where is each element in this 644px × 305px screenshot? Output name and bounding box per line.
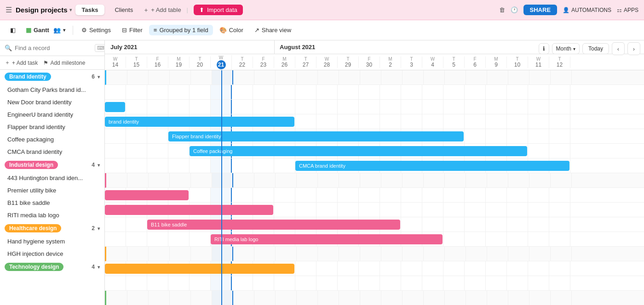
history-icon[interactable]: 🕐 [511,6,518,13]
gantt-cell [105,232,126,246]
gantt-cell [170,291,191,305]
hamburger-icon[interactable]: ☰ [6,6,12,14]
gantt-cell [443,276,465,290]
gantt-cell [507,276,528,290]
gantt-cell [338,85,359,99]
gantt-cell [359,85,380,99]
gantt-bar[interactable]: brand identity [105,117,294,127]
group-count-brand: 6 [92,73,95,80]
search-input[interactable] [15,45,92,51]
today-button[interactable]: Today [582,43,609,54]
gantt-cell [359,188,380,202]
gantt-bar[interactable]: Coffee packaging [190,146,527,156]
dropdown-icon[interactable]: ▾ [63,28,65,33]
right-actions: 🗑 🕐 SHARE 👤 AUTOMATIONS ⚏ APPS [499,5,638,15]
gantt-cell [549,261,570,276]
gantt-cell [402,173,424,187]
gantt-bar[interactable] [105,190,189,200]
gantt-controls: ℹ Month ▾ Today ‹ › [539,42,640,55]
group-industrial-design[interactable]: Industrial design 4 ▾ [0,158,104,172]
gantt-cell [508,173,529,187]
gantt-cell [339,247,360,261]
trash-icon[interactable]: 🗑 [499,6,505,13]
add-task-button[interactable]: ＋ + Add task [5,59,38,67]
list-item[interactable]: EngineerU brand identity [0,108,104,121]
gantt-bar[interactable]: RITI media lab logo [211,234,443,244]
gantt-cell [529,247,551,261]
list-item[interactable]: B11 bike saddle [0,197,104,209]
gantt-cell [149,173,170,187]
people-icon[interactable]: 👥 [53,27,61,34]
share-button[interactable]: SHARE [523,5,558,15]
group-icon: ≡ [154,27,157,34]
list-item[interactable]: 443 Huntington brand iden... [0,172,104,184]
gantt-cell [170,247,191,261]
filter-button[interactable]: ⊟ Filter [117,25,147,35]
gantt-cell [381,291,402,305]
info-button[interactable]: ℹ [539,43,549,54]
color-button[interactable]: 🎨 Color [215,25,248,35]
month-selector[interactable]: Month ▾ [552,43,580,54]
list-item[interactable]: HGH injection device [0,248,104,260]
gantt-cell [443,188,465,202]
gantt-cell [487,70,508,85]
gantt-cell [233,291,254,305]
gantt-bar[interactable] [105,102,125,112]
grouped-by-button[interactable]: ≡ Grouped by 1 field [149,25,213,35]
gantt-cell [466,247,487,261]
project-title[interactable]: Design projects ▾ [16,6,72,14]
list-item[interactable]: Gotham City Parks brand id... [0,84,104,96]
group-technology-design[interactable]: Technology design 4 ▾ [0,260,104,274]
chevron-down-icon: ▾ [98,265,100,270]
toggle-sidebar-button[interactable]: ◧ [6,25,20,35]
group-brand-identity[interactable]: Brand identity 6 ▾ [0,70,104,84]
gantt-cell [339,173,360,187]
gantt-cell [274,203,295,217]
gantt-cell [360,70,381,85]
day-cell: M9 [486,56,507,68]
apps-button[interactable]: ⚏ APPS [617,7,638,13]
gantt-cell [402,70,424,85]
project-title-text: Design projects [16,6,68,14]
gantt-bar[interactable] [105,205,273,215]
gantt-cell [528,129,549,143]
gantt-cell [126,217,147,232]
tab-tasks[interactable]: Tasks [75,5,105,15]
gantt-cell [380,261,401,276]
search-bar: 🔍 ⌨ [0,40,104,56]
list-item[interactable]: Flapper brand identity [0,121,104,133]
list-item[interactable]: Premier utility bike [0,184,104,197]
next-button[interactable]: › [627,42,640,55]
gantt-bar[interactable]: Flapper brand identity [168,131,464,141]
gantt-cell [254,70,276,85]
list-item[interactable]: New Door brand identity [0,96,104,108]
list-item[interactable]: RITI media lab logo [0,209,104,221]
plus-icon: ＋ [143,6,149,14]
gantt-cell [549,217,570,232]
gantt-cell [105,158,126,173]
list-item[interactable]: CMCA brand identity [0,146,104,158]
tab-clients[interactable]: Clients [108,5,139,15]
settings-button[interactable]: ⚙ Settings [77,25,115,35]
prev-button[interactable]: ‹ [612,42,625,55]
gantt-cell [126,276,147,290]
gantt-bar[interactable]: CMCA brand identity [295,161,569,171]
gantt-bar[interactable]: B11 bike saddle [147,220,400,230]
list-item[interactable]: Coffee packaging [0,133,104,146]
add-milestone-button[interactable]: ⚑ Add milestone [43,59,85,67]
share-view-button[interactable]: ↗ Share view [250,25,296,35]
gantt-cell [401,203,422,217]
gantt-bar[interactable] [105,264,294,274]
group-healthcare-design[interactable]: Healthcare design 2 ▾ [0,221,104,235]
gantt-cell [443,261,465,276]
import-data-button[interactable]: ⬆ Import data [194,5,243,15]
list-item[interactable]: Hand hygiene system [0,235,104,248]
gantt-cell [147,158,168,173]
day-cell: W11 [528,56,549,68]
gantt-cell [551,173,572,187]
automations-button[interactable]: 👤 AUTOMATIONS [563,7,611,13]
day-cell: W21 [211,55,232,69]
add-table-button[interactable]: ＋ + Add table [143,6,181,14]
gantt-cell [422,188,443,202]
gantt-cell [401,85,422,99]
